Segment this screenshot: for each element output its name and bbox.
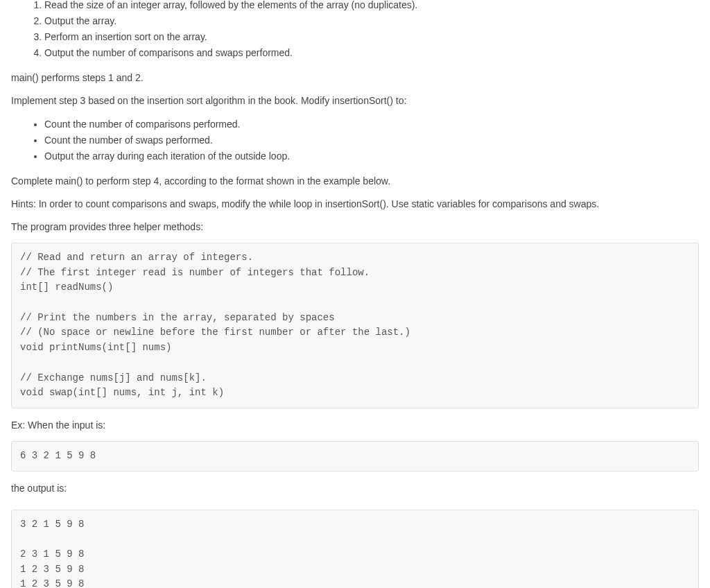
code-input: 6 3 2 1 5 9 8: [11, 441, 699, 472]
list-item: Read the size of an integer array, follo…: [44, 0, 699, 13]
list-item: Output the array during each iteration o…: [44, 148, 699, 164]
paragraph-helpers: The program provides three helper method…: [11, 220, 699, 234]
paragraph-main: main() performs steps 1 and 2.: [11, 71, 699, 85]
numbered-steps: Read the size of an integer array, follo…: [11, 0, 699, 61]
code-helpers: // Read and return an array of integers.…: [11, 243, 699, 408]
paragraph-example-input-label: Ex: When the input is:: [11, 418, 699, 433]
list-item: Count the number of swaps performed.: [44, 132, 699, 148]
list-item: Perform an insertion sort on the array.: [44, 29, 699, 45]
list-item: Count the number of comparisons performe…: [44, 116, 699, 132]
bullet-requirements: Count the number of comparisons performe…: [11, 116, 699, 164]
paragraph-output-label: the output is:: [11, 481, 699, 496]
paragraph-implement: Implement step 3 based on the insertion …: [11, 94, 699, 108]
paragraph-hints: Hints: In order to count comparisons and…: [11, 197, 699, 211]
code-output: 3 2 1 5 9 8 2 3 1 5 9 8 1 2 3 5 9 8 1 2 …: [11, 510, 699, 588]
list-item: Output the number of comparisons and swa…: [44, 45, 699, 61]
paragraph-complete: Complete main() to perform step 4, accor…: [11, 174, 699, 189]
list-item: Output the array.: [44, 13, 699, 29]
